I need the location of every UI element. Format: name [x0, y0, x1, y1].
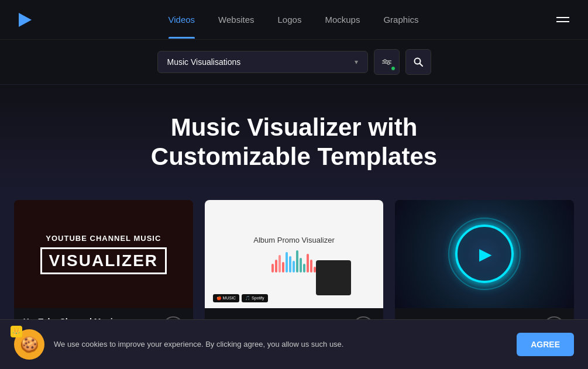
- search-button[interactable]: [405, 49, 431, 75]
- filter-button[interactable]: [374, 49, 400, 75]
- hero-title: Music Visualizer with Customizable Templ…: [90, 113, 499, 172]
- svg-point-1: [384, 60, 386, 62]
- hero-section: Music Visualizer with Customizable Templ…: [0, 85, 588, 191]
- search-icon: [413, 57, 424, 67]
- card-2-image: Album Promo Visualizer: [205, 200, 384, 308]
- header: Videos Websites Logos Mockups Graphics: [0, 0, 588, 40]
- cookie-banner: 👑 🍪 We use cookies to improve your exper…: [0, 319, 588, 369]
- card-1-thumbnail: YouTube Channel Music VISUALIZER: [14, 200, 193, 308]
- spotify-badge: 🎵 Spotify: [242, 294, 267, 302]
- nav-item-logos[interactable]: Logos: [266, 1, 314, 39]
- nav-item-graphics[interactable]: Graphics: [372, 1, 430, 39]
- category-dropdown[interactable]: Music Visualisations ▾: [157, 51, 368, 73]
- cookie-agree-button[interactable]: AGREE: [517, 333, 574, 356]
- logo[interactable]: [14, 9, 35, 30]
- hamburger-menu[interactable]: [552, 12, 574, 27]
- bass-play-icon: ▶: [479, 244, 492, 264]
- dropdown-value: Music Visualisations: [167, 57, 241, 67]
- cookie-icon-wrap: 👑 🍪: [14, 329, 44, 360]
- nav-item-websites[interactable]: Websites: [207, 1, 266, 39]
- card-3-thumbnail: ▶: [395, 200, 574, 308]
- card-2-store-badges: 🍎 MUSIC 🎵 Spotify: [213, 294, 268, 302]
- search-bar: Music Visualisations ▾: [0, 40, 588, 85]
- card-1-overlay-line1: YouTube Channel Music: [46, 234, 161, 243]
- chevron-down-icon: ▾: [355, 58, 358, 66]
- svg-point-2: [387, 62, 390, 64]
- nav-item-videos[interactable]: Videos: [157, 1, 207, 39]
- main-nav: Videos Websites Logos Mockups Graphics: [157, 1, 431, 39]
- apple-music-badge: 🍎 MUSIC: [213, 294, 240, 302]
- svg-marker-0: [19, 13, 32, 27]
- filter-active-dot: [391, 66, 396, 71]
- card-3-image: ▶: [395, 200, 574, 308]
- card-2-album-cover: [316, 260, 351, 295]
- cookie-text: We use cookies to improve your experienc…: [54, 339, 343, 350]
- card-2-thumbnail: Album Promo Visualizer: [205, 200, 384, 308]
- bass-ring: ▶: [455, 225, 514, 283]
- filter-icon: [381, 57, 392, 67]
- logo-icon: [14, 9, 35, 30]
- card-1-overlay: YouTube Channel Music VISUALIZER: [14, 200, 193, 308]
- nav-item-mockups[interactable]: Mockups: [313, 1, 372, 39]
- card-2-waveform: [271, 249, 316, 273]
- cookie-left: 👑 🍪 We use cookies to improve your exper…: [14, 329, 343, 360]
- crown-badge: 👑: [11, 326, 22, 337]
- card-2-album-title: Album Promo Visualizer: [253, 236, 334, 244]
- svg-line-8: [419, 64, 422, 67]
- card-1-image: YouTube Channel Music VISUALIZER: [14, 200, 193, 308]
- card-1-overlay-line2: VISUALIZER: [40, 247, 167, 274]
